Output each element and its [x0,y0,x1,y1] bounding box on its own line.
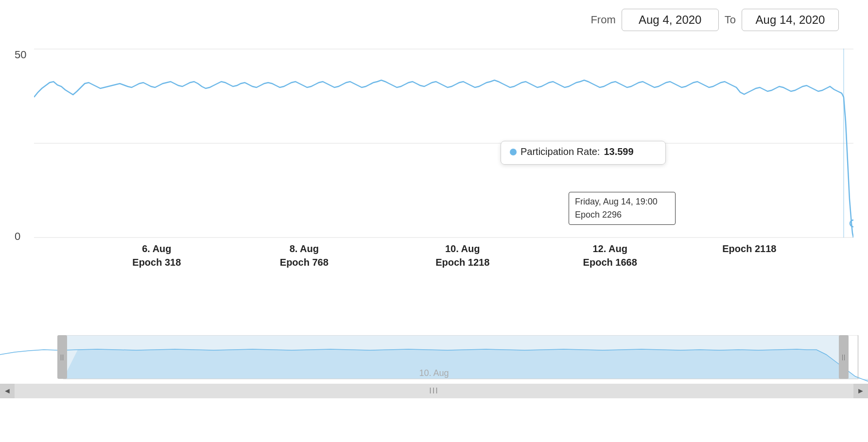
tooltip-date-box: Friday, Aug 14, 19:00 Epoch 2296 [569,192,676,225]
tooltip-rate-row: Participation Rate: 13.599 [510,146,657,157]
nav-handle-left[interactable]: || [57,335,67,379]
x-date-10aug: 10. Aug [435,242,489,255]
participation-rate-line [34,80,853,238]
svg-rect-5 [858,335,858,379]
x-axis: 6. Aug Epoch 318 8. Aug Epoch 768 10. Au… [34,238,853,272]
x-epoch-6aug: Epoch 318 [132,255,181,269]
nav-handle-right[interactable]: || [839,335,849,379]
x-label-10aug: 10. Aug Epoch 1218 [435,242,489,269]
tooltip-rate-value: 13.599 [604,146,633,157]
tooltip-participation: Participation Rate: 13.599 [501,141,666,165]
scroll-right-button[interactable]: ► [853,384,868,398]
y-axis: 50 0 [15,49,26,272]
to-date-input[interactable]: Aug 14, 2020 [742,9,839,31]
x-label-14aug: Epoch 2118 [722,242,776,255]
scroll-handle: III [429,387,438,395]
chart-area: 50 0 [0,49,868,272]
nav-svg-container: || || 10. Aug [0,335,868,384]
x-epoch-12aug: Epoch 1668 [583,255,637,269]
x-epoch-8aug: Epoch 768 [280,255,329,269]
from-label: From [590,14,615,26]
from-date-input[interactable]: Aug 4, 2020 [622,9,719,31]
tooltip-rate-label: Participation Rate: [521,146,600,157]
nav-fill [63,349,868,381]
date-controls: From Aug 4, 2020 To Aug 14, 2020 [590,9,839,31]
tooltip-epoch: Epoch 2296 [575,208,669,221]
x-date-12aug: 12. Aug [583,242,637,255]
scroll-left-button[interactable]: ◄ [0,384,15,398]
x-label-6aug: 6. Aug Epoch 318 [132,242,181,269]
page-container: From Aug 4, 2020 To Aug 14, 2020 50 0 [0,0,868,442]
y-label-0: 0 [15,230,26,243]
x-label-12aug: 12. Aug Epoch 1668 [583,242,637,269]
to-label: To [725,14,736,26]
x-date-6aug: 6. Aug [132,242,181,255]
tooltip-dot [510,149,517,155]
nav-mid-label: 10. Aug [419,368,449,378]
main-chart-svg [34,49,853,238]
x-label-8aug: 8. Aug Epoch 768 [280,242,329,269]
y-label-50: 50 [15,49,26,61]
scroll-track[interactable]: III [15,384,853,398]
tooltip-datetime: Friday, Aug 14, 19:00 [575,195,669,208]
navigator: || || 10. Aug ◄ III ► [0,335,868,398]
chart-svg-container: Participation Rate: 13.599 Friday, Aug 1… [34,49,853,238]
x-epoch-10aug: Epoch 1218 [435,255,489,269]
x-epoch-14aug: Epoch 2118 [722,242,776,255]
scrollbar: ◄ III ► [0,384,868,398]
x-date-8aug: 8. Aug [280,242,329,255]
